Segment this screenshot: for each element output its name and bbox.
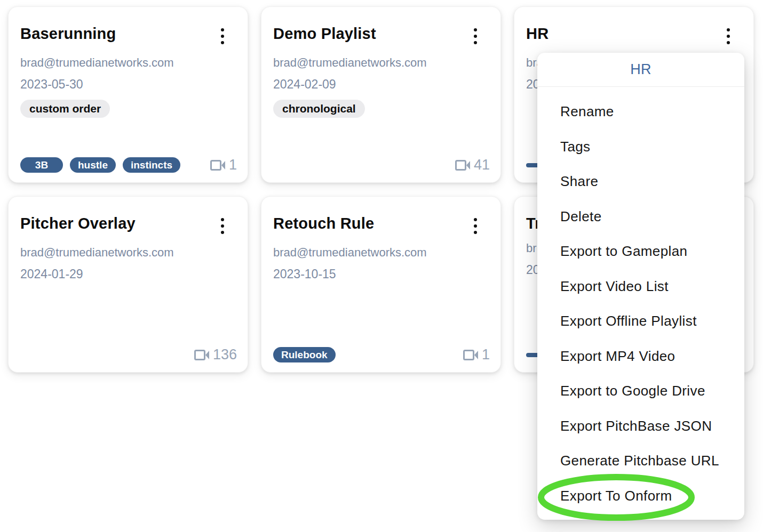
playlist-owner: brad@trumedianetworks.com <box>273 56 481 70</box>
playlist-date: 2023-05-30 <box>20 77 228 91</box>
menu-item-export-video-list[interactable]: Export Video List <box>537 269 744 304</box>
kebab-menu-icon[interactable] <box>470 215 481 237</box>
video-camera-icon <box>194 349 210 361</box>
tag-list: Rulebook <box>273 347 336 362</box>
video-count-value: 1 <box>229 157 237 173</box>
playlist-title: Retouch Rule <box>273 214 374 233</box>
playlist-card-demo-playlist[interactable]: Demo Playlist brad@trumedianetworks.com … <box>261 6 501 183</box>
playlist-date: 2023-10-15 <box>273 267 481 281</box>
playlist-owner: brad@trumedianetworks.com <box>20 246 228 260</box>
playlist-title: Baserunning <box>20 24 116 43</box>
video-count: 1 <box>210 157 237 173</box>
tag-list: 3B hustle instincts <box>20 157 180 173</box>
playlist-card-retouch-rule[interactable]: Retouch Rule brad@trumedianetworks.com 2… <box>261 196 501 373</box>
playlist-context-menu: HR Rename Tags Share Delete Export to Ga… <box>537 53 744 520</box>
tag-pill: hustle <box>70 157 116 173</box>
menu-item-export-offline-playlist[interactable]: Export Offline Playlist <box>537 304 744 339</box>
video-count-value: 1 <box>482 346 490 363</box>
kebab-menu-icon[interactable] <box>722 25 734 47</box>
menu-item-export-to-gameplan[interactable]: Export to Gameplan <box>537 234 744 269</box>
sort-order-badge: chronological <box>273 100 365 118</box>
video-camera-icon <box>463 349 479 361</box>
playlist-title: Demo Playlist <box>273 24 376 43</box>
kebab-menu-icon[interactable] <box>217 25 228 47</box>
tag-pill: Rulebook <box>273 347 336 362</box>
context-menu-title: HR <box>537 53 744 87</box>
video-count: 1 <box>463 346 490 363</box>
playlist-date: 2024-01-29 <box>20 267 228 281</box>
menu-item-export-to-google-drive[interactable]: Export to Google Drive <box>537 374 744 409</box>
menu-item-export-to-onform[interactable]: Export To Onform <box>537 479 744 514</box>
tag-pill: instincts <box>123 157 180 173</box>
menu-item-export-mp4-video[interactable]: Export MP4 Video <box>537 339 744 374</box>
video-camera-icon <box>455 159 471 171</box>
context-menu-items: Rename Tags Share Delete Export to Gamep… <box>537 87 744 513</box>
kebab-menu-icon[interactable] <box>217 215 228 237</box>
menu-item-rename[interactable]: Rename <box>537 94 744 130</box>
menu-item-share[interactable]: Share <box>537 164 744 199</box>
playlist-title: HR <box>526 24 549 43</box>
tag-pill: 3B <box>20 157 63 173</box>
video-count: 41 <box>455 157 490 173</box>
kebab-menu-icon[interactable] <box>470 25 481 47</box>
video-count: 136 <box>194 346 237 363</box>
sort-order-badge: custom order <box>20 100 110 118</box>
menu-item-export-pitchbase-json[interactable]: Export PitchBase JSON <box>537 409 744 444</box>
video-count-value: 41 <box>474 157 490 173</box>
playlist-owner: brad@trumedianetworks.com <box>273 246 481 260</box>
playlist-owner: brad@trumedianetworks.com <box>20 56 228 70</box>
menu-item-generate-pitchbase-url[interactable]: Generate Pitchbase URL <box>537 444 744 479</box>
playlist-card-pitcher-overlay[interactable]: Pitcher Overlay brad@trumedianetworks.co… <box>8 196 248 373</box>
menu-item-tags[interactable]: Tags <box>537 130 744 165</box>
video-camera-icon <box>210 159 226 171</box>
playlist-card-baserunning[interactable]: Baserunning brad@trumedianetworks.com 20… <box>8 6 248 183</box>
video-count-value: 136 <box>213 346 237 363</box>
playlist-date: 2024-02-09 <box>273 77 481 91</box>
menu-item-delete[interactable]: Delete <box>537 199 744 235</box>
playlist-title: Pitcher Overlay <box>20 214 136 233</box>
